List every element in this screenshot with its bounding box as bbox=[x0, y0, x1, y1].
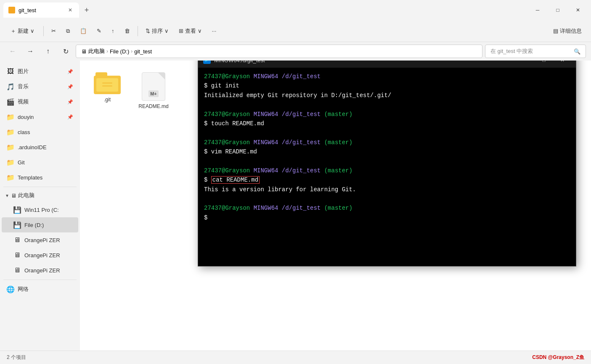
sidebar-item-arduinoide[interactable]: 📁 .arduinoIDE bbox=[2, 140, 78, 155]
view-label: 查看 bbox=[185, 27, 196, 35]
close-button[interactable]: ✕ bbox=[568, 3, 588, 17]
nav-refresh-button[interactable]: ↻ bbox=[58, 44, 73, 59]
sidebar-item-orangepi2[interactable]: 🖥 OrangePi ZER bbox=[2, 248, 78, 263]
terminal-body[interactable]: 27437@Grayson MINGW64 /d/git_test $ git … bbox=[198, 68, 576, 266]
nav-up-button[interactable]: ↑ bbox=[40, 44, 56, 59]
t-path-4: /d/git_test bbox=[282, 167, 321, 174]
sidebar-label-orangepi3: OrangePi ZER bbox=[24, 267, 60, 274]
sort-label: 排序 bbox=[152, 27, 163, 35]
pin-icon-pictures: 📌 bbox=[67, 69, 73, 74]
sort-button[interactable]: ⇅ 排序 ∨ bbox=[141, 24, 173, 39]
more-button[interactable]: ··· bbox=[208, 24, 221, 39]
music-icon: 🎵 bbox=[7, 83, 14, 90]
new-tab-button[interactable]: + bbox=[79, 3, 94, 18]
sidebar-item-filed[interactable]: 💾 File (D:) bbox=[2, 217, 78, 232]
rename-button[interactable]: ✎ bbox=[93, 24, 106, 39]
terminal-line-12: $ bbox=[204, 213, 570, 222]
tab-git-test[interactable]: git_test ✕ bbox=[3, 3, 79, 18]
sidebar-item-git[interactable]: 📁 Git bbox=[2, 155, 78, 170]
new-chevron-icon: ∨ bbox=[30, 28, 34, 34]
sidebar-label-network: 网络 bbox=[18, 285, 29, 293]
thispc-computer-icon: 🖥 bbox=[11, 193, 16, 199]
cut-button[interactable]: ✂ bbox=[47, 24, 60, 39]
new-button[interactable]: ＋ 新建 ∨ bbox=[5, 24, 40, 39]
t-cmd-2: $ touch README.md bbox=[204, 120, 264, 127]
addr-folder-label: git_test bbox=[134, 48, 152, 55]
folder-lines bbox=[102, 82, 112, 87]
t-output-2: This is a version library for learning G… bbox=[204, 186, 356, 193]
t-user-2: 27437@Grayson bbox=[204, 111, 250, 118]
readme-file-icon: M+ bbox=[142, 72, 165, 101]
copy-button[interactable]: ⧉ bbox=[62, 24, 74, 39]
sidebar-label-video: 视频 bbox=[18, 98, 29, 106]
paste-button[interactable]: 📋 bbox=[76, 24, 91, 39]
delete-button[interactable]: 🗑 bbox=[120, 24, 134, 39]
terminal-line-4: 27437@Grayson MINGW64 /d/git_test (maste… bbox=[204, 110, 570, 119]
sidebar-item-templates[interactable]: 📁 Templates bbox=[2, 170, 78, 185]
terminal-minimize-button[interactable]: ─ bbox=[517, 61, 534, 66]
tab-close-button[interactable]: ✕ bbox=[66, 6, 74, 14]
t-branch-2: (master) bbox=[324, 111, 352, 118]
t-cmd-before: $ bbox=[204, 177, 211, 183]
address-path[interactable]: 🖥 此电脑 › File (D:) › git_test bbox=[76, 45, 482, 58]
terminal-line-11: 27437@Grayson MINGW64 /d/git_test (maste… bbox=[204, 203, 570, 213]
t-machine-2: MINGW64 bbox=[254, 111, 278, 118]
sidebar-item-orangepi1[interactable]: 🖥 OrangePi ZER bbox=[2, 232, 78, 248]
content-area: .git M+ README.md MINGW64:/d/git_test ─ … bbox=[80, 61, 591, 351]
nav-forward-button[interactable]: → bbox=[23, 44, 38, 59]
t-user-5: 27437@Grayson bbox=[204, 205, 250, 211]
details-icon: ▤ bbox=[553, 28, 558, 34]
sidebar-item-class[interactable]: 📁 class bbox=[2, 124, 78, 140]
sidebar-item-music[interactable]: 🎵 音乐 📌 bbox=[2, 79, 78, 94]
addr-sep-2: › bbox=[131, 48, 133, 54]
file-item-readme[interactable]: M+ README.md bbox=[135, 69, 172, 113]
search-box[interactable]: 在 git_test 中搜索 🔍 bbox=[485, 45, 586, 58]
sidebar-item-orangepi3[interactable]: 🖥 OrangePi ZER bbox=[2, 263, 78, 278]
t-path-3: /d/git_test bbox=[282, 139, 321, 146]
folder-line-2 bbox=[102, 85, 112, 87]
details-button[interactable]: ▤ 详细信息 bbox=[549, 24, 586, 39]
t-user-3: 27437@Grayson bbox=[204, 139, 250, 146]
readme-file-label: README.md bbox=[138, 103, 168, 109]
sidebar-label-git: Git bbox=[18, 159, 25, 166]
terminal-line-5: $ touch README.md bbox=[204, 119, 570, 128]
sidebar-item-win11[interactable]: 💾 Win11 Pro (C: bbox=[2, 202, 78, 217]
t-machine-5: MINGW64 bbox=[254, 205, 278, 211]
sidebar-label-class: class bbox=[18, 129, 30, 135]
t-machine-4: MINGW64 bbox=[254, 167, 278, 174]
sidebar-item-video[interactable]: 🎬 视频 📌 bbox=[2, 94, 78, 109]
t-machine-3: MINGW64 bbox=[254, 139, 278, 146]
sort-chevron-icon: ∨ bbox=[164, 28, 169, 34]
class-icon: 📁 bbox=[7, 128, 14, 136]
nav-back-button[interactable]: ← bbox=[5, 44, 20, 59]
sidebar-thispc-expand[interactable]: ▼ 🖥 此电脑 bbox=[2, 189, 78, 202]
sidebar-label-orangepi2: OrangePi ZER bbox=[24, 252, 60, 258]
new-plus-icon: ＋ bbox=[11, 27, 16, 35]
t-machine-1: MINGW64 bbox=[254, 73, 278, 80]
sidebar-item-network[interactable]: 🌐 网络 bbox=[2, 282, 78, 297]
status-item-count: 2 个项目 bbox=[7, 354, 26, 361]
sidebar-item-pictures[interactable]: 🖼 图片 📌 bbox=[2, 64, 78, 79]
arduinoide-icon: 📁 bbox=[7, 143, 14, 151]
sidebar-item-douyin[interactable]: 📁 douyin 📌 bbox=[2, 109, 78, 124]
view-button[interactable]: ⊞ 查看 ∨ bbox=[175, 24, 206, 39]
maximize-button[interactable]: □ bbox=[548, 3, 567, 17]
new-label: 新建 bbox=[18, 27, 29, 35]
folder-inner bbox=[96, 78, 118, 92]
address-bar: ← → ↑ ↻ 🖥 此电脑 › File (D:) › git_test 在 g… bbox=[0, 42, 591, 61]
terminal-line-8: 27437@Grayson MINGW64 /d/git_test (maste… bbox=[204, 166, 570, 175]
cut-icon: ✂ bbox=[51, 28, 56, 34]
terminal-maximize-button[interactable]: □ bbox=[535, 61, 552, 66]
sidebar-label-filed: File (D:) bbox=[24, 222, 44, 228]
tab-folder-icon bbox=[8, 7, 15, 13]
share-button[interactable]: ↑ bbox=[107, 24, 119, 39]
sort-icon: ⇅ bbox=[146, 28, 150, 34]
main-area: 🖼 图片 📌 🎵 音乐 📌 🎬 视频 📌 📁 douyin 📌 📁 class … bbox=[0, 61, 591, 351]
minimize-button[interactable]: ─ bbox=[528, 3, 547, 17]
terminal-close-button[interactable]: ✕ bbox=[554, 61, 571, 66]
file-item-git[interactable]: .git bbox=[88, 69, 126, 113]
details-label: 详细信息 bbox=[560, 27, 582, 35]
copy-icon: ⧉ bbox=[66, 28, 70, 34]
t-path-1: /d/git_test bbox=[282, 73, 321, 80]
title-bar: git_test ✕ + ─ □ ✕ bbox=[0, 0, 591, 20]
